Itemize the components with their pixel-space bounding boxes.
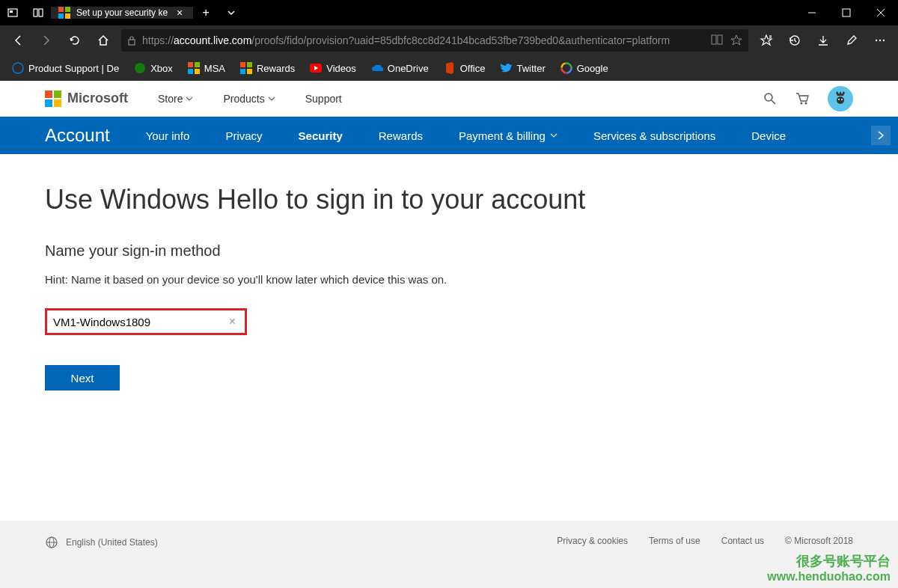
window-titlebar: Set up your security ke × + [0, 0, 898, 25]
nav-rewards[interactable]: Rewards [379, 129, 423, 142]
nav-privacy[interactable]: Privacy [225, 129, 262, 142]
svg-rect-27 [240, 69, 245, 74]
svg-point-40 [841, 99, 843, 100]
globe-icon [45, 536, 58, 549]
svg-rect-4 [58, 7, 64, 12]
titlebar-spacer [244, 0, 795, 25]
nav-payment[interactable]: Payment & billing [459, 129, 558, 142]
more-button[interactable] [867, 27, 894, 54]
svg-point-36 [801, 102, 803, 104]
svg-rect-26 [247, 62, 252, 67]
lock-icon [127, 35, 136, 46]
svg-rect-9 [843, 9, 850, 16]
browser-tab[interactable]: Set up your security ke × [51, 7, 193, 19]
forward-button[interactable] [33, 27, 60, 54]
svg-point-37 [805, 102, 807, 104]
nav-products[interactable]: Products [223, 93, 275, 105]
bookmark-xbox[interactable]: Xbox [128, 59, 179, 77]
footer-links: Privacy & cookies Terms of use Contact u… [557, 536, 853, 546]
nav-support[interactable]: Support [305, 93, 342, 105]
svg-rect-24 [195, 69, 200, 74]
notes-button[interactable] [838, 27, 865, 54]
ms-logo-icon [45, 91, 61, 107]
bookmark-videos[interactable]: Videos [304, 59, 362, 77]
maximize-button[interactable] [829, 0, 864, 25]
youtube-icon [310, 62, 322, 74]
svg-rect-1 [10, 10, 13, 13]
cart-icon[interactable] [795, 92, 810, 105]
next-button[interactable]: Next [45, 365, 120, 391]
bookmark-dell[interactable]: Product Support | De [6, 59, 125, 77]
svg-point-16 [876, 40, 877, 41]
url-text: https://account.live.com/proofs/fido/pro… [142, 34, 705, 46]
titlebar-left: Set up your security ke × + [0, 0, 244, 25]
dell-icon [12, 62, 24, 74]
svg-point-39 [838, 99, 840, 100]
bookmark-twitter[interactable]: Twitter [494, 59, 551, 77]
svg-rect-5 [65, 7, 70, 12]
history-button[interactable] [781, 27, 808, 54]
tab-close-icon[interactable]: × [174, 7, 186, 19]
bookmark-msa[interactable]: MSA [182, 59, 231, 77]
header-right [763, 86, 853, 111]
nav-security[interactable]: Security [299, 129, 343, 142]
home-button[interactable] [90, 27, 117, 54]
header-nav: Store Products Support [158, 93, 342, 105]
bookmarks-bar: Product Support | De Xbox MSA Rewards Vi… [0, 55, 898, 81]
office-icon [444, 62, 456, 74]
reading-view-icon[interactable] [711, 34, 723, 46]
bookmark-google[interactable]: Google [555, 59, 614, 77]
svg-rect-6 [58, 13, 64, 19]
app-icon-1[interactable] [0, 7, 25, 18]
close-window-button[interactable] [864, 0, 898, 25]
svg-rect-12 [718, 35, 722, 44]
nav-your-info[interactable]: Your info [146, 129, 190, 142]
favorites-button[interactable] [753, 27, 780, 54]
user-avatar[interactable] [828, 86, 853, 111]
tab-title: Set up your security ke [76, 7, 168, 18]
svg-rect-22 [195, 62, 200, 67]
xbox-icon [134, 62, 146, 74]
account-brand[interactable]: Account [45, 125, 110, 146]
downloads-button[interactable] [810, 27, 837, 54]
google-icon [561, 62, 572, 74]
ms-icon [188, 62, 200, 74]
refresh-button[interactable] [61, 27, 88, 54]
url-actions [711, 34, 742, 46]
input-clear-icon[interactable]: × [226, 315, 239, 328]
nav-scroll-right[interactable] [871, 126, 891, 145]
account-nav: Account Your info Privacy Security Rewar… [0, 117, 898, 154]
signin-name-input[interactable] [53, 316, 226, 328]
svg-rect-10 [129, 40, 135, 45]
nav-services[interactable]: Services & subscriptions [593, 129, 715, 142]
bookmark-rewards[interactable]: Rewards [234, 59, 301, 77]
footer-locale[interactable]: English (United States) [45, 536, 158, 549]
svg-point-18 [883, 40, 885, 41]
svg-rect-2 [34, 9, 37, 16]
footer-contact[interactable]: Contact us [721, 536, 764, 546]
main-content: Use Windows Hello to sign in to your acc… [0, 154, 898, 420]
new-tab-button[interactable]: + [193, 6, 219, 19]
minimize-button[interactable] [795, 0, 829, 25]
search-icon[interactable] [763, 92, 777, 105]
page-footer: English (United States) Privacy & cookie… [0, 521, 898, 588]
footer-copyright: © Microsoft 2018 [785, 536, 853, 546]
svg-rect-21 [188, 62, 193, 67]
app-icon-2[interactable] [25, 7, 51, 18]
microsoft-logo[interactable]: Microsoft [45, 91, 128, 107]
bookmark-office[interactable]: Office [438, 59, 492, 77]
page-title: Use Windows Hello to sign in to your acc… [45, 184, 853, 215]
url-input[interactable]: https://account.live.com/proofs/fido/pro… [121, 29, 748, 52]
tab-actions-icon[interactable] [219, 7, 244, 18]
tab-favicon-icon [58, 7, 70, 19]
svg-line-35 [772, 100, 775, 104]
svg-point-20 [135, 63, 145, 73]
nav-store[interactable]: Store [158, 93, 193, 105]
favorite-star-icon[interactable] [730, 34, 742, 46]
nav-devices[interactable]: Device [751, 129, 786, 142]
bookmark-onedrive[interactable]: OneDrive [365, 59, 435, 77]
svg-rect-23 [188, 69, 193, 74]
footer-terms[interactable]: Terms of use [649, 536, 700, 546]
back-button[interactable] [4, 27, 31, 54]
footer-privacy[interactable]: Privacy & cookies [557, 536, 628, 546]
